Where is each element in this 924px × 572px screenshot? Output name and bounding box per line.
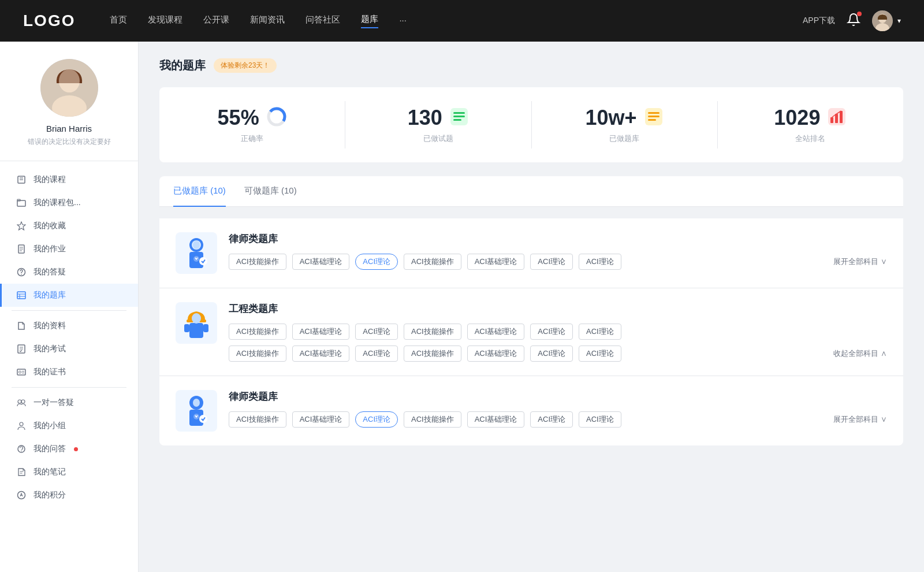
eng-tag-r2-0[interactable]: ACI技能操作 (229, 346, 286, 362)
nav-opencourse[interactable]: 公开课 (203, 14, 229, 28)
donut-chart-icon (266, 106, 287, 129)
sidebar-item-course[interactable]: 我的课程 (0, 168, 138, 191)
tag-2-active[interactable]: ACI理论 (355, 254, 398, 270)
svg-point-18 (21, 274, 22, 275)
eng-tag-1[interactable]: ACI基础理论 (292, 324, 350, 340)
profile-section: Brian Harris 错误的决定比没有决定要好 (0, 59, 138, 161)
tab-available-banks[interactable]: 可做题库 (10) (244, 176, 297, 207)
logo[interactable]: LOGO (23, 12, 75, 30)
expand-link-lawyer-1[interactable]: 展开全部科目 ∨ (833, 257, 887, 267)
stats-row: 55% 正确率 130 (159, 87, 903, 162)
sidebar-label-course: 我的课程 (33, 174, 66, 185)
sidebar-item-note[interactable]: 我的笔记 (0, 460, 138, 484)
sidebar-item-oneone[interactable]: 一对一答疑 (0, 391, 138, 414)
sidebar-item-qbank[interactable]: 我的题库 (0, 284, 138, 307)
chevron-down-icon: ▾ (897, 17, 901, 25)
sidebar-item-myqa[interactable]: 我的答疑 (0, 261, 138, 284)
group-icon (16, 421, 27, 431)
note-icon (16, 467, 27, 477)
tag-6[interactable]: ACI理论 (579, 254, 621, 270)
eng-tag-r2-4[interactable]: ACI基础理论 (467, 346, 525, 362)
qbank-content-lawyer-2: 律师类题库 ACI技能操作 ACI基础理论 ACI理论 ACI技能操作 ACI基… (229, 390, 887, 428)
sidebar-label-package: 我的课程包... (33, 198, 81, 208)
oneone-icon (16, 398, 27, 408)
nav-more[interactable]: ··· (399, 15, 407, 27)
svg-rect-46 (648, 112, 660, 114)
law2-tag-2-active[interactable]: ACI理论 (355, 411, 398, 428)
sidebar-item-exam[interactable]: 我的考试 (0, 337, 138, 361)
qbank-header-engineer: 工程类题库 ACI技能操作 ACI基础理论 ACI理论 ACI技能操作 ACI基… (176, 302, 887, 362)
sidebar-item-points[interactable]: 我的积分 (0, 484, 138, 507)
svg-point-30 (18, 400, 21, 403)
cert-icon (16, 367, 27, 377)
svg-point-40 (272, 112, 281, 121)
eng-tag-r2-5[interactable]: ACI理论 (530, 346, 573, 362)
law2-tag-1[interactable]: ACI基础理论 (292, 411, 350, 428)
stat-ranking-top: 1029 (774, 106, 847, 130)
profile-avatar (40, 59, 98, 117)
eng-tag-r2-6[interactable]: ACI理论 (579, 346, 621, 362)
sidebar-divider-1 (12, 310, 126, 311)
tag-4[interactable]: ACI基础理论 (467, 254, 525, 270)
sidebar-item-favorite[interactable]: 我的收藏 (0, 214, 138, 237)
law2-tag-0[interactable]: ACI技能操作 (229, 411, 286, 428)
tag-3[interactable]: ACI技能操作 (404, 254, 461, 270)
collapse-link-engineer[interactable]: 收起全部科目 ∧ (833, 348, 887, 359)
law2-tag-3[interactable]: ACI技能操作 (404, 411, 461, 428)
qbank-header-lawyer-2: 律师类题库 ACI技能操作 ACI基础理论 ACI理论 ACI技能操作 ACI基… (176, 390, 887, 432)
question-icon (16, 267, 27, 277)
tag-1[interactable]: ACI基础理论 (292, 254, 350, 270)
law2-tag-4[interactable]: ACI基础理论 (467, 411, 525, 428)
sidebar-item-cert[interactable]: 我的证书 (0, 361, 138, 384)
eng-tag-3[interactable]: ACI技能操作 (404, 324, 461, 340)
tab-done-banks[interactable]: 已做题库 (10) (173, 176, 226, 207)
nav-discover[interactable]: 发现课程 (148, 14, 182, 28)
svg-rect-48 (648, 119, 656, 121)
nav-home[interactable]: 首页 (110, 14, 127, 28)
tag-0[interactable]: ACI技能操作 (229, 254, 286, 270)
user-avatar-btn[interactable]: ▾ (872, 10, 901, 31)
chart-red-icon (827, 107, 847, 129)
sidebar-item-homework[interactable]: 我的作业 (0, 237, 138, 261)
sidebar-label-note: 我的笔记 (33, 467, 66, 477)
app-download-btn[interactable]: APP下载 (803, 16, 835, 26)
stat-done-questions-top: 130 (408, 106, 469, 130)
svg-rect-47 (648, 116, 660, 117)
eng-tag-r2-2[interactable]: ACI理论 (355, 346, 398, 362)
sidebar-label-cert: 我的证书 (33, 367, 66, 377)
eng-tag-6[interactable]: ACI理论 (579, 324, 621, 340)
eng-tag-2[interactable]: ACI理论 (355, 324, 398, 340)
notification-bell[interactable] (847, 13, 860, 29)
svg-rect-19 (17, 292, 25, 299)
qbank-content-lawyer-1: 律师类题库 ACI技能操作 ACI基础理论 ACI理论 ACI技能操作 ACI基… (229, 232, 887, 270)
law2-tag-5[interactable]: ACI理论 (530, 411, 573, 428)
sidebar-item-material[interactable]: 我的资料 (0, 314, 138, 337)
eng-tag-0[interactable]: ACI技能操作 (229, 324, 286, 340)
trial-badge: 体验剩余23天！ (214, 58, 277, 73)
nav-qa[interactable]: 问答社区 (305, 14, 340, 28)
eng-tag-4[interactable]: ACI基础理论 (467, 324, 525, 340)
nav-news[interactable]: 新闻资讯 (250, 14, 285, 28)
svg-rect-63 (203, 324, 208, 332)
nav-qbank[interactable]: 题库 (361, 14, 378, 28)
sidebar-label-myqa: 我的答疑 (33, 267, 66, 277)
sidebar-item-qa[interactable]: 我的问答 (0, 437, 138, 460)
svg-point-32 (20, 422, 23, 426)
profile-name: Brian Harris (46, 124, 92, 133)
profile-motto: 错误的决定比没有决定要好 (28, 137, 111, 147)
page-title: 我的题库 (159, 58, 206, 73)
stat-accuracy-top: 55% (218, 106, 287, 130)
expand-link-lawyer-2[interactable]: 展开全部科目 ∨ (833, 414, 887, 425)
sidebar-item-group[interactable]: 我的小组 (0, 414, 138, 437)
eng-tag-r2-3[interactable]: ACI技能操作 (404, 346, 461, 362)
sidebar-label-qa: 我的问答 (33, 444, 66, 454)
tag-5[interactable]: ACI理论 (530, 254, 573, 270)
sidebar-item-package[interactable]: 我的课程包... (0, 191, 138, 214)
homework-icon (16, 244, 27, 254)
eng-tag-5[interactable]: ACI理论 (530, 324, 573, 340)
qbank-item-lawyer-2: 律师类题库 ACI技能操作 ACI基础理论 ACI理论 ACI技能操作 ACI基… (159, 376, 903, 445)
eng-tag-r2-1[interactable]: ACI基础理论 (292, 346, 350, 362)
qbank-title-engineer: 工程类题库 (229, 302, 887, 315)
svg-rect-51 (835, 114, 838, 123)
law2-tag-6[interactable]: ACI理论 (579, 411, 621, 428)
